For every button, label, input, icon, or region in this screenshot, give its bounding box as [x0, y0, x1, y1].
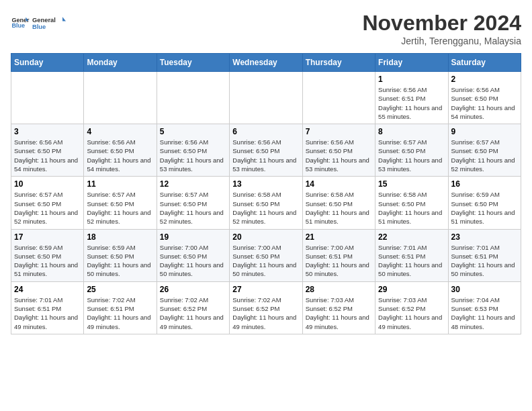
calendar-cell [302, 72, 375, 124]
day-number: 18 [87, 232, 153, 242]
day-number: 13 [232, 179, 299, 189]
day-info: Sunrise: 6:58 AM Sunset: 6:50 PM Dayligh… [378, 190, 445, 226]
title-block: November 2024 Jertih, Terengganu, Malays… [362, 11, 521, 46]
day-number: 27 [232, 285, 299, 294]
day-info: Sunrise: 6:57 AM Sunset: 6:50 PM Dayligh… [14, 190, 81, 226]
day-number: 4 [87, 127, 153, 136]
day-info: Sunrise: 6:56 AM Sunset: 6:50 PM Dayligh… [160, 138, 226, 173]
day-number: 3 [14, 127, 81, 136]
day-number: 12 [160, 179, 226, 189]
calendar-cell: 16Sunrise: 6:59 AM Sunset: 6:50 PM Dayli… [448, 177, 521, 229]
calendar-cell: 29Sunrise: 7:03 AM Sunset: 6:52 PM Dayli… [375, 281, 448, 334]
calendar-cell: 5Sunrise: 6:56 AM Sunset: 6:50 PM Daylig… [157, 124, 229, 177]
calendar-cell: 21Sunrise: 7:00 AM Sunset: 6:51 PM Dayli… [302, 229, 375, 281]
calendar-cell: 2Sunrise: 6:56 AM Sunset: 6:50 PM Daylig… [448, 72, 521, 124]
calendar-cell [11, 72, 84, 124]
calendar-cell [157, 72, 229, 124]
day-number: 8 [378, 127, 445, 136]
day-number: 1 [378, 75, 445, 84]
day-info: Sunrise: 6:57 AM Sunset: 6:50 PM Dayligh… [378, 138, 445, 173]
calendar-cell [230, 72, 302, 124]
day-number: 16 [451, 179, 518, 189]
weekday-header-cell: Friday [375, 54, 448, 72]
day-number: 9 [451, 127, 518, 136]
calendar-cell: 23Sunrise: 7:01 AM Sunset: 6:51 PM Dayli… [448, 229, 521, 281]
calendar-week-row: 1Sunrise: 6:56 AM Sunset: 6:51 PM Daylig… [11, 72, 521, 124]
calendar-week-row: 24Sunrise: 7:01 AM Sunset: 6:51 PM Dayli… [11, 281, 521, 334]
calendar-cell: 1Sunrise: 6:56 AM Sunset: 6:51 PM Daylig… [375, 72, 448, 124]
calendar-table: SundayMondayTuesdayWednesdayThursdayFrid… [11, 53, 521, 334]
day-number: 21 [306, 232, 372, 242]
calendar-cell: 13Sunrise: 6:58 AM Sunset: 6:50 PM Dayli… [230, 177, 302, 229]
calendar-cell: 4Sunrise: 6:56 AM Sunset: 6:50 PM Daylig… [84, 124, 157, 177]
calendar-cell: 8Sunrise: 6:57 AM Sunset: 6:50 PM Daylig… [375, 124, 448, 177]
weekday-header-cell: Wednesday [230, 54, 302, 72]
day-info: Sunrise: 7:03 AM Sunset: 6:52 PM Dayligh… [378, 295, 445, 331]
svg-text:Blue: Blue [11, 22, 25, 29]
day-info: Sunrise: 6:56 AM Sunset: 6:51 PM Dayligh… [378, 85, 445, 121]
calendar-body: 1Sunrise: 6:56 AM Sunset: 6:51 PM Daylig… [11, 72, 521, 334]
day-info: Sunrise: 6:57 AM Sunset: 6:50 PM Dayligh… [87, 190, 153, 226]
day-info: Sunrise: 7:00 AM Sunset: 6:50 PM Dayligh… [232, 243, 299, 279]
calendar-cell: 15Sunrise: 6:58 AM Sunset: 6:50 PM Dayli… [375, 177, 448, 229]
day-info: Sunrise: 7:00 AM Sunset: 6:50 PM Dayligh… [160, 243, 226, 279]
day-info: Sunrise: 6:56 AM Sunset: 6:50 PM Dayligh… [232, 138, 299, 173]
day-number: 17 [14, 232, 81, 242]
calendar-cell: 24Sunrise: 7:01 AM Sunset: 6:51 PM Dayli… [11, 281, 84, 334]
svg-marker-6 [62, 17, 66, 21]
day-info: Sunrise: 6:56 AM Sunset: 6:50 PM Dayligh… [87, 138, 153, 173]
calendar-cell: 26Sunrise: 7:02 AM Sunset: 6:52 PM Dayli… [157, 281, 229, 334]
calendar-cell: 27Sunrise: 7:02 AM Sunset: 6:52 PM Dayli… [230, 281, 302, 334]
calendar-cell: 9Sunrise: 6:57 AM Sunset: 6:50 PM Daylig… [448, 124, 521, 177]
calendar-cell: 17Sunrise: 6:59 AM Sunset: 6:50 PM Dayli… [11, 229, 84, 281]
day-number: 2 [451, 75, 518, 84]
calendar-cell: 3Sunrise: 6:56 AM Sunset: 6:50 PM Daylig… [11, 124, 84, 177]
logo: General Blue General Blue [11, 11, 66, 35]
day-info: Sunrise: 7:00 AM Sunset: 6:51 PM Dayligh… [306, 243, 372, 279]
calendar-cell: 28Sunrise: 7:03 AM Sunset: 6:52 PM Dayli… [302, 281, 375, 334]
calendar-cell: 12Sunrise: 6:57 AM Sunset: 6:50 PM Dayli… [157, 177, 229, 229]
logo-icon: General Blue [11, 13, 30, 32]
day-info: Sunrise: 6:59 AM Sunset: 6:50 PM Dayligh… [87, 243, 153, 279]
day-number: 19 [160, 232, 226, 242]
day-info: Sunrise: 7:01 AM Sunset: 6:51 PM Dayligh… [451, 243, 518, 279]
location: Jertih, Terengganu, Malaysia [362, 36, 521, 46]
calendar-week-row: 3Sunrise: 6:56 AM Sunset: 6:50 PM Daylig… [11, 124, 521, 177]
day-number: 20 [232, 232, 299, 242]
weekday-header-cell: Saturday [448, 54, 521, 72]
calendar-cell: 20Sunrise: 7:00 AM Sunset: 6:50 PM Dayli… [230, 229, 302, 281]
day-info: Sunrise: 6:59 AM Sunset: 6:50 PM Dayligh… [14, 243, 81, 279]
day-info: Sunrise: 6:57 AM Sunset: 6:50 PM Dayligh… [451, 138, 518, 173]
day-info: Sunrise: 7:01 AM Sunset: 6:51 PM Dayligh… [14, 295, 81, 331]
day-info: Sunrise: 7:02 AM Sunset: 6:52 PM Dayligh… [232, 295, 299, 331]
day-number: 22 [378, 232, 445, 242]
day-info: Sunrise: 7:04 AM Sunset: 6:53 PM Dayligh… [451, 295, 518, 331]
page-header: General Blue General Blue November 2024 … [11, 11, 521, 46]
day-info: Sunrise: 7:03 AM Sunset: 6:52 PM Dayligh… [306, 295, 372, 331]
day-number: 25 [87, 285, 153, 294]
calendar-cell: 30Sunrise: 7:04 AM Sunset: 6:53 PM Dayli… [448, 281, 521, 334]
day-number: 28 [306, 285, 372, 294]
calendar-cell: 14Sunrise: 6:58 AM Sunset: 6:50 PM Dayli… [302, 177, 375, 229]
month-title: November 2024 [362, 11, 521, 36]
day-info: Sunrise: 7:02 AM Sunset: 6:52 PM Dayligh… [160, 295, 226, 331]
calendar-cell: 18Sunrise: 6:59 AM Sunset: 6:50 PM Dayli… [84, 229, 157, 281]
day-info: Sunrise: 6:59 AM Sunset: 6:50 PM Dayligh… [451, 190, 518, 226]
day-number: 23 [451, 232, 518, 242]
weekday-header-cell: Monday [84, 54, 157, 72]
day-number: 14 [306, 179, 372, 189]
calendar-cell: 11Sunrise: 6:57 AM Sunset: 6:50 PM Dayli… [84, 177, 157, 229]
weekday-header-cell: Thursday [302, 54, 375, 72]
calendar-cell: 6Sunrise: 6:56 AM Sunset: 6:50 PM Daylig… [230, 124, 302, 177]
day-info: Sunrise: 6:58 AM Sunset: 6:50 PM Dayligh… [232, 190, 299, 226]
day-number: 10 [14, 179, 81, 189]
calendar-week-row: 17Sunrise: 6:59 AM Sunset: 6:50 PM Dayli… [11, 229, 521, 281]
calendar-week-row: 10Sunrise: 6:57 AM Sunset: 6:50 PM Dayli… [11, 177, 521, 229]
calendar-cell: 22Sunrise: 7:01 AM Sunset: 6:51 PM Dayli… [375, 229, 448, 281]
day-info: Sunrise: 6:57 AM Sunset: 6:50 PM Dayligh… [160, 190, 226, 226]
day-number: 29 [378, 285, 445, 294]
calendar-cell: 10Sunrise: 6:57 AM Sunset: 6:50 PM Dayli… [11, 177, 84, 229]
day-number: 15 [378, 179, 445, 189]
logo-graphic: General Blue [32, 11, 66, 35]
weekday-header-cell: Tuesday [157, 54, 229, 72]
